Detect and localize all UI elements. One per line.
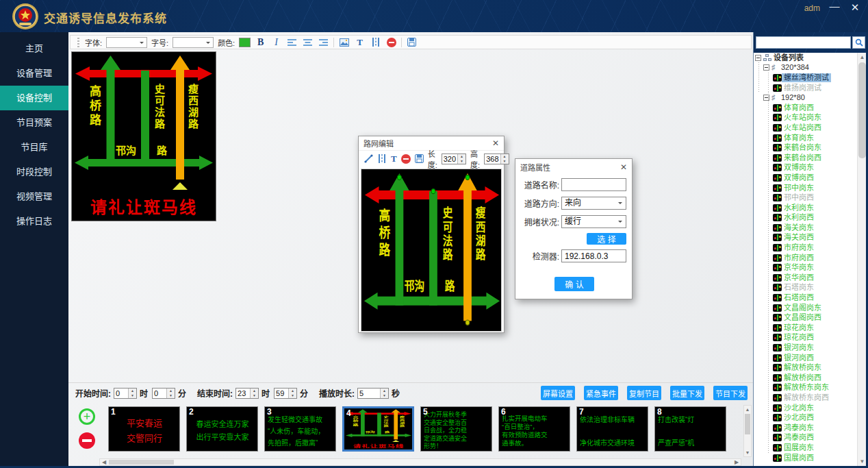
roadnet-canvas[interactable]: 高桥路史可法路瘦西湖路邗沟路 [361, 169, 502, 332]
device-tree-item[interactable]: 解放桥岗东 [754, 362, 858, 373]
sidebar-item-program-plan[interactable]: 节目预案 [0, 110, 68, 135]
image-icon[interactable] [338, 37, 350, 48]
program-thumbnail-6[interactable]: 6扎实开展电动车“百日整治”，有效预防道路交通事故。 [498, 406, 570, 452]
tree-group-192*80[interactable]: ♯192*80 [754, 93, 858, 103]
device-tree-item[interactable]: 市府岗西 [754, 253, 858, 263]
device-tree-scrollbar[interactable]: ▲▼ [857, 53, 866, 466]
device-tree-item[interactable]: 维扬岗测试 [754, 83, 858, 93]
program-thumbnail-5[interactable]: 5大力开展秋冬季交通安全整治百日会战，全力稳定道路交通安全形势！ [420, 406, 492, 452]
device-tree-item[interactable]: 邗中岗东 [754, 183, 858, 193]
device-tree-item[interactable]: 国展岗西 [754, 453, 858, 463]
device-tree-item[interactable]: 来鹤台岗东 [754, 143, 858, 153]
save-icon[interactable] [415, 153, 424, 164]
text-tool-icon[interactable]: T [354, 37, 366, 48]
delete-icon[interactable] [385, 37, 397, 48]
device-tree-item[interactable]: 水利岗东 [754, 203, 858, 213]
filmstrip-vertical-scrollbar[interactable]: ▲▼ [743, 405, 752, 457]
sidebar-item-device-control[interactable]: 设备控制 [0, 86, 68, 110]
device-tree-item[interactable]: 双博岗西 [754, 173, 858, 183]
roadnet-close-icon[interactable]: ✕ [492, 138, 499, 148]
sidebar-item-home[interactable]: 主页 [0, 36, 68, 61]
device-tree-item[interactable]: 解放桥岗西 [754, 373, 858, 383]
text-tool-icon[interactable]: T [391, 153, 397, 164]
device-tree-item[interactable]: 京华岗西 [754, 273, 858, 283]
align-right-icon[interactable] [318, 37, 329, 48]
device-tree-item[interactable]: 沙北岗西 [754, 412, 858, 423]
sidebar-item-video-manage[interactable]: 视频管理 [0, 184, 68, 209]
road-name-input[interactable] [561, 178, 626, 191]
device-tree-item[interactable]: 解放桥东岗西 [754, 393, 858, 403]
road-tool-icon[interactable] [370, 37, 381, 48]
device-tree-item[interactable]: 沙北岗东 [754, 403, 858, 413]
device-tree-item[interactable]: 邗中岗西 [754, 193, 858, 203]
congestion-select[interactable]: 缓行 [561, 215, 626, 228]
device-tree-item[interactable]: 海关岗西 [754, 233, 858, 243]
road-tool-icon[interactable] [377, 153, 387, 164]
program-send-button[interactable]: 节目下发 [713, 386, 748, 400]
device-tree-item[interactable]: 银河岗西 [754, 353, 858, 363]
device-tree-item[interactable]: 体育岗东 [754, 133, 858, 143]
device-tree-item[interactable]: 石塔岗东 [754, 283, 858, 293]
align-left-icon[interactable] [286, 37, 298, 48]
end-minute-stepper[interactable]: 59▲▼ [274, 388, 297, 399]
bold-icon[interactable]: B [255, 37, 266, 48]
add-frame-button[interactable]: + [79, 408, 95, 425]
program-thumbnail-2[interactable]: 2春运安全连万家出行平安靠大家 [186, 406, 258, 452]
color-swatch[interactable] [239, 38, 251, 47]
start-hour-stepper[interactable]: 0▲▼ [114, 388, 137, 399]
start-minute-stepper[interactable]: 0▲▼ [152, 388, 175, 399]
device-tree-item[interactable]: 解放桥东岗东 [754, 383, 858, 393]
save-icon[interactable] [406, 37, 418, 48]
device-tree-item[interactable]: 鸿泰岗西 [754, 433, 858, 443]
select-button[interactable]: 选 择 [587, 233, 626, 245]
line-tool-icon[interactable] [364, 153, 373, 164]
program-thumbnail-7[interactable]: 7依法治理非标车辆 净化城市交通环境 [576, 406, 648, 452]
search-icon[interactable] [852, 36, 865, 49]
tree-expander[interactable] [755, 55, 761, 61]
device-tree-item[interactable]: 水利岗西 [754, 213, 858, 223]
device-tree-item[interactable]: 海关岗东 [754, 223, 858, 233]
program-thumbnail-3[interactable]: 3发生轻微交通事故“人未伤，车能动，先拍照，后撤离” [264, 406, 336, 452]
device-tree-item[interactable]: 双博岗东 [754, 163, 858, 173]
props-close-icon[interactable]: ✕ [620, 162, 627, 172]
emergency-event-button[interactable]: 紧急事件 [584, 386, 618, 400]
sidebar-item-period-control[interactable]: 时段控制 [0, 160, 68, 184]
length-stepper[interactable]: 320▲▼ [442, 153, 466, 164]
program-thumbnail-4[interactable]: 4高桥路史可法路瘦西湖路邗沟路请礼让斑马线 [342, 406, 414, 452]
sidebar-item-operation-log[interactable]: 操作日志 [0, 209, 68, 234]
italic-icon[interactable]: I [270, 37, 282, 48]
screen-settings-button[interactable]: 屏幕设置 [541, 386, 575, 400]
device-tree-item[interactable]: 国展岗东 [754, 443, 858, 453]
filmstrip-horizontal-scrollbar[interactable]: ◀▶ [99, 458, 741, 466]
align-center-icon[interactable] [302, 37, 314, 48]
batch-send-button[interactable]: 批量下发 [670, 386, 704, 400]
font-select[interactable] [106, 37, 147, 48]
tree-expander[interactable] [763, 64, 769, 71]
device-tree-item[interactable]: 文昌阁岗西 [754, 312, 858, 323]
device-tree-item[interactable]: 火车站岗西 [754, 123, 858, 133]
copy-program-button[interactable]: 复制节目 [627, 386, 661, 400]
device-tree-item[interactable]: 文昌阁岗东 [754, 303, 858, 313]
device-tree-item[interactable]: 琼花岗西 [754, 333, 858, 343]
program-thumbnail-1[interactable]: 1平安春运交警同行 [108, 406, 180, 452]
screen-preview[interactable]: 高桥路史可法路瘦西湖路邗沟路请礼让斑马线 [71, 51, 216, 221]
sidebar-item-device-manage[interactable]: 设备管理 [0, 61, 68, 86]
device-tree-item[interactable]: 鸿泰岗东 [754, 423, 858, 433]
minimize-button[interactable]: — [827, 0, 842, 12]
device-tree-item[interactable]: 体育岗西 [754, 103, 858, 113]
device-tree-item[interactable]: 来鹤台岗西 [754, 153, 858, 163]
device-tree-item[interactable]: 火车站岗东 [754, 113, 858, 123]
road-direction-select[interactable]: 来向 [561, 197, 626, 210]
tree-root[interactable]: 设备列表 [754, 53, 858, 63]
delete-icon[interactable] [401, 153, 411, 164]
size-select[interactable] [173, 37, 214, 48]
device-tree-item[interactable]: 螺丝湾桥测试 [754, 73, 858, 83]
detector-input[interactable] [561, 249, 626, 262]
device-search-input[interactable] [756, 36, 851, 49]
device-tree-item[interactable]: 银河岗东 [754, 343, 858, 353]
height-stepper[interactable]: 368▲▼ [484, 153, 509, 164]
device-tree-item[interactable]: 琼花岗东 [754, 323, 858, 333]
confirm-button[interactable]: 确 认 [554, 277, 594, 291]
duration-stepper[interactable]: 5▲▼ [357, 388, 389, 399]
device-tree-item[interactable]: 石塔岗西 [754, 293, 858, 303]
